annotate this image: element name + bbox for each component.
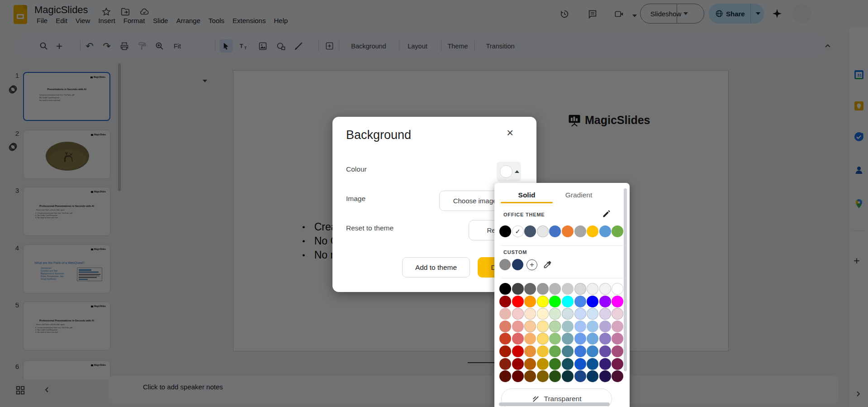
color-swatch-274e13[interactable]: [549, 370, 561, 382]
color-swatch-073763[interactable]: [587, 370, 598, 382]
color-swatch-fff2cc[interactable]: [537, 308, 549, 320]
color-swatch-45818e[interactable]: [562, 345, 574, 357]
color-swatch-e06666[interactable]: [512, 333, 524, 345]
colour-swatch-dropdown[interactable]: [497, 162, 521, 182]
color-swatch-e6b8af[interactable]: [499, 308, 511, 320]
color-swatch-990000[interactable]: [512, 358, 524, 370]
color-swatch-9fc5e8[interactable]: [587, 321, 598, 332]
color-swatch-8e7cc3[interactable]: [599, 333, 611, 345]
color-swatch-f6b26b[interactable]: [524, 333, 536, 345]
tab-gradient[interactable]: Gradient: [553, 189, 605, 199]
color-swatch-0b5394[interactable]: [587, 358, 598, 370]
color-swatch-741b47[interactable]: [612, 358, 623, 370]
color-swatch-a61c00[interactable]: [499, 345, 511, 357]
color-swatch-f9cb9c[interactable]: [524, 321, 536, 332]
color-swatch-660000[interactable]: [512, 370, 524, 382]
color-swatch-a5a5a5[interactable]: [574, 225, 586, 237]
color-swatch-783f04[interactable]: [524, 370, 536, 382]
color-swatch-5b0f00[interactable]: [499, 370, 511, 382]
color-swatch-ea9999[interactable]: [512, 321, 524, 332]
color-swatch-ead1dc[interactable]: [612, 308, 623, 320]
color-swatch-dd7e6b[interactable]: [499, 321, 511, 332]
color-swatch-ffff00[interactable]: [537, 296, 549, 307]
color-swatch-434343[interactable]: [512, 283, 524, 295]
color-swatch-ffd966[interactable]: [537, 333, 549, 345]
color-swatch-a2c4c9[interactable]: [562, 321, 574, 332]
color-swatch-8a8a8a[interactable]: [499, 259, 511, 270]
color-swatch-38761d[interactable]: [549, 358, 561, 370]
color-swatch-000000[interactable]: [499, 283, 511, 295]
color-swatch-f1c232[interactable]: [537, 345, 549, 357]
color-swatch-fce5cd[interactable]: [524, 308, 536, 320]
color-swatch-666666[interactable]: [524, 283, 536, 295]
color-swatch-4a86e8[interactable]: [574, 296, 586, 307]
color-swatch-bf9000[interactable]: [537, 358, 549, 370]
color-swatch-cfe2f3[interactable]: [587, 308, 598, 320]
color-swatch-76a5af[interactable]: [562, 333, 574, 345]
color-swatch-d9d2e9[interactable]: [599, 308, 611, 320]
color-swatch-134f5c[interactable]: [562, 358, 574, 370]
color-swatch-ffffff[interactable]: [612, 283, 623, 295]
color-swatch-70ad47[interactable]: [612, 225, 623, 237]
color-swatch-cc4125[interactable]: [499, 333, 511, 345]
tab-solid[interactable]: Solid: [501, 189, 553, 199]
color-swatch-1c4587[interactable]: [574, 370, 586, 382]
color-swatch-ff9900[interactable]: [524, 296, 536, 307]
color-swatch-e7e6e6[interactable]: [537, 225, 549, 237]
color-swatch-a64d79[interactable]: [612, 345, 623, 357]
color-swatch-d5a6bd[interactable]: [612, 321, 623, 332]
close-icon[interactable]: ×: [507, 127, 513, 139]
color-swatch-b7b7b7[interactable]: [549, 283, 561, 295]
edit-theme-pencil-icon[interactable]: [602, 209, 611, 218]
add-to-theme-button[interactable]: Add to theme: [402, 257, 470, 278]
color-swatch-d9ead3[interactable]: [549, 308, 561, 320]
color-swatch-4472c4[interactable]: [549, 225, 561, 237]
color-swatch-7f6000[interactable]: [537, 370, 549, 382]
color-swatch-4c1130[interactable]: [612, 370, 623, 382]
color-swatch-ffc000[interactable]: [587, 225, 598, 237]
color-swatch-d0e0e3[interactable]: [562, 308, 574, 320]
color-swatch-efefef[interactable]: [587, 283, 598, 295]
color-swatch-ffe599[interactable]: [537, 321, 549, 332]
color-swatch-6fa8dc[interactable]: [587, 333, 598, 345]
color-swatch-6aa84f[interactable]: [549, 345, 561, 357]
color-swatch-d9d9d9[interactable]: [574, 283, 586, 295]
color-swatch-20124d[interactable]: [599, 370, 611, 382]
color-swatch-00ff00[interactable]: [549, 296, 561, 307]
color-swatch-f3f3f3[interactable]: [599, 283, 611, 295]
color-swatch-e69138[interactable]: [524, 345, 536, 357]
color-swatch-999999[interactable]: [537, 283, 549, 295]
color-swatch-1155cc[interactable]: [574, 358, 586, 370]
add-custom-color-icon[interactable]: +: [526, 259, 537, 270]
panel-horizontal-scrollbar[interactable]: [499, 402, 610, 406]
color-swatch-0000ff[interactable]: [587, 296, 598, 307]
color-swatch-ff00ff[interactable]: [612, 296, 623, 307]
color-swatch-93c47d[interactable]: [549, 333, 561, 345]
color-swatch-b4a7d6[interactable]: [599, 321, 611, 332]
color-swatch-ffffff[interactable]: ✓: [512, 225, 524, 237]
color-swatch-9900ff[interactable]: [599, 296, 611, 307]
color-swatch-351c75[interactable]: [599, 358, 611, 370]
color-swatch-3c78d8[interactable]: [574, 345, 586, 357]
color-swatch-cccccc[interactable]: [562, 283, 574, 295]
color-swatch-6d9eeb[interactable]: [574, 333, 586, 345]
color-swatch-1f3864[interactable]: [512, 259, 523, 270]
color-swatch-c27ba0[interactable]: [612, 333, 623, 345]
color-swatch-ed7d31[interactable]: [562, 225, 574, 237]
color-swatch-a4c2f4[interactable]: [574, 321, 586, 332]
color-swatch-ff0000[interactable]: [512, 296, 524, 307]
color-swatch-c9daf8[interactable]: [574, 308, 586, 320]
color-swatch-5b9bd5[interactable]: [599, 225, 611, 237]
color-swatch-3d85c6[interactable]: [587, 345, 598, 357]
color-swatch-674ea7[interactable]: [599, 345, 611, 357]
color-swatch-85200c[interactable]: [499, 358, 511, 370]
color-swatch-f4cccc[interactable]: [512, 308, 524, 320]
color-swatch-000000[interactable]: [499, 225, 511, 237]
color-swatch-cc0000[interactable]: [512, 345, 524, 357]
color-swatch-0c343d[interactable]: [562, 370, 574, 382]
color-swatch-980000[interactable]: [499, 296, 511, 307]
color-swatch-44546a[interactable]: [524, 225, 536, 237]
eyedropper-icon[interactable]: [542, 260, 552, 270]
color-swatch-b6d7a8[interactable]: [549, 321, 561, 332]
panel-vertical-scrollbar[interactable]: [624, 188, 627, 371]
